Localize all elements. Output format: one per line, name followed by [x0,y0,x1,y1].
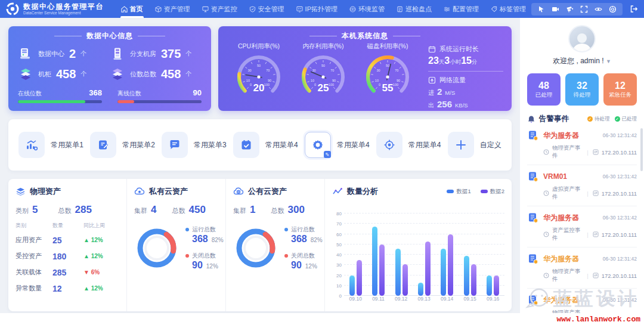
eye-icon[interactable] [595,5,602,13]
ip-icon [593,149,599,155]
scrollbar[interactable] [640,128,643,171]
pointer-icon[interactable] [537,5,545,13]
alarm-list: 华为服务器 06-30 12:31:42 物理资产事件| 172.20.10.1… [527,124,637,325]
gauge-label: 内存利用率(%) [303,42,344,51]
stat-unit: 个 [185,70,191,78]
gauge-label: 磁盘利用率(%) [367,42,408,51]
server-alert-icon [527,294,539,306]
welcome-dropdown[interactable]: 欢迎您 , admin ! ▼ [527,56,637,66]
progress-offline-slots: 离线位数90 [117,88,202,103]
svg-text:90: 90 [397,79,400,82]
quick-menu-custom[interactable]: 自定义 [448,132,501,158]
uptime-value: 23天3小时15分 [428,55,503,66]
quick-menu-5[interactable]: ✎ 常用菜单4 [305,132,370,158]
svg-text:100: 100 [329,83,334,86]
physical-category-count: 类别5 [16,204,38,216]
gear-icon [311,138,325,152]
check-circle-icon: ✓ [587,116,593,122]
system-info-title: 本机系统信息 [227,31,503,41]
quick-menu-6[interactable]: 常用菜单4 [376,132,441,158]
legend-dot [284,228,288,231]
bar-数据2 [379,244,385,296]
progress-value: 90 [193,88,202,97]
alarm-item[interactable]: VRM01 06-30 12:31:42 虚拟资产事件| 172.20.10.1… [527,165,637,206]
nav-item-label: 标签管理 [500,5,526,14]
logout-icon [630,5,638,13]
alarm-item[interactable]: 华为服务器 06-30 12:31:42 资产监控事件| 172.20.10.1… [527,206,637,247]
bar-数据1 [418,283,423,296]
camera-icon[interactable] [566,5,574,13]
bar-数据1 [441,249,446,296]
table-row: 应用资产25 ▲ 12% [16,232,119,248]
stat-label: 机柜 [38,70,51,79]
alarm-item[interactable]: 华为服务器 06-30 12:31:42 物理资产事件| 172.20.10.1… [527,124,637,165]
nav-item-asset-monitor[interactable]: 资产监控 [197,0,243,18]
bar-数据1 [372,227,377,296]
quick-menu-3[interactable]: 常用菜单3 [162,132,227,158]
legend-closed: 关闭总数 9012% [185,252,224,271]
nav-item-inspection[interactable]: 巡检盘点 [391,0,437,18]
video-icon[interactable] [552,5,559,13]
nav-item-ip-topology[interactable]: IP拓扑管理 [291,0,343,18]
gauge-disk: 磁盘利用率(%) 0103050709010055 [355,41,420,110]
legend-series-2[interactable]: 数据2 [481,188,504,196]
inspection-icon [397,6,403,13]
x-axis-labels: 09.1009.1109.1209.1309.1409.1509.16 [344,296,504,304]
stat-card-processed[interactable]: 48已处理 [527,73,561,106]
svg-text:30: 30 [312,69,316,72]
stat-unit: 个 [80,49,86,58]
menu-tile [376,132,402,158]
progress-fill [18,100,85,103]
svg-text:50: 50 [386,64,389,67]
stat-value: 458 [56,67,76,81]
svg-text:20: 20 [253,82,265,94]
system-side-info: 系统运行时长 23天3小时15分 网络流量 进2M/S 出256KB/S [421,41,503,110]
quick-menu-1[interactable]: 常用菜单1 [18,132,83,158]
watermark-url: www.lanlanwork.com [557,315,640,324]
ip-icon [593,190,599,196]
svg-text:70: 70 [395,69,398,72]
bar-group [487,276,499,296]
svg-text:90: 90 [332,79,336,82]
menu-label: 常用菜单4 [337,140,370,150]
nav-item-tags[interactable]: 标签管理 [485,0,531,18]
tag-icon [491,6,497,13]
menu-tile [162,132,188,158]
table-row: 受控资产180 ▲ 12% [16,248,119,264]
clock-icon [543,149,549,155]
nav-item-label: 首页 [130,5,143,14]
nav-item-config[interactable]: 配置管理 [438,0,484,18]
stat-label: 数据中心 [38,49,64,58]
progress-value: 368 [89,88,102,97]
bar-数据1 [349,276,355,296]
compass-icon[interactable] [609,5,617,13]
clock-icon [543,273,549,278]
ip-icon [593,231,599,237]
public-cloud-section: 公有云资产 集群1 总数300 运行总数 36882% 关闭总数 [225,179,324,311]
legend-series-1[interactable]: 数据1 [447,188,470,196]
stat-value: 2 [69,47,76,61]
edit-document-icon [97,138,110,151]
stat-card-pending[interactable]: 32待处理 [565,73,599,106]
bar-数据2 [494,276,499,296]
quick-menu-4[interactable]: 常用菜单4 [233,132,298,158]
svg-text:0: 0 [250,83,252,86]
avatar[interactable] [568,25,596,52]
stat-card-urgent[interactable]: 12紧急任务 [603,73,637,106]
quick-menu-2[interactable]: 常用菜单2 [90,132,155,158]
fullscreen-icon[interactable] [580,5,588,13]
legend-running: 运行总数 36882% [284,225,323,244]
nav-item-label: 资产监控 [211,5,237,14]
svg-text:100: 100 [264,83,270,86]
logout-button[interactable] [630,5,638,13]
svg-text:30: 30 [248,69,252,72]
clock-icon [543,190,549,196]
svg-text:70: 70 [330,69,334,72]
nav-item-security[interactable]: 安全管理 [244,0,290,18]
svg-text:0: 0 [379,83,380,86]
nav-item-home[interactable]: 首页 [116,0,148,18]
nav-item-environment[interactable]: 环境监管 [344,0,390,18]
check-circle-icon: ✓ [615,116,620,122]
alarm-item[interactable]: 华为服务器 06-30 12:31:42 物理资产事件| 172.20.10.1… [527,247,637,289]
nav-item-asset-management[interactable]: 资产管理 [150,0,196,18]
